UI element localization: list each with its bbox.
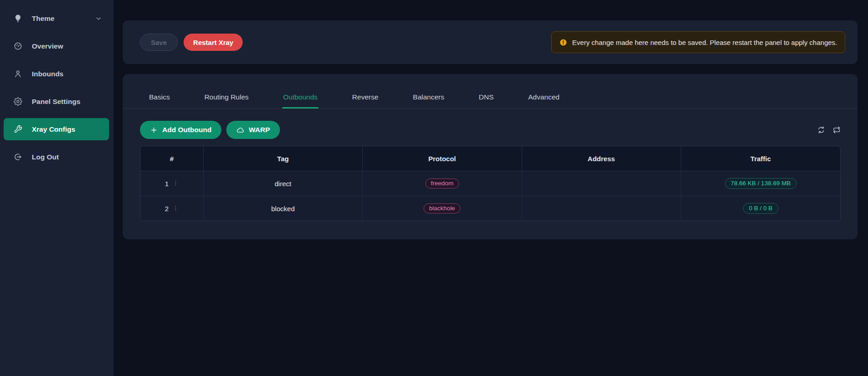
wrench-icon <box>14 125 22 134</box>
tab-dns[interactable]: DNS <box>479 93 494 108</box>
dashboard-icon <box>14 42 22 50</box>
tab-reverse[interactable]: Reverse <box>352 93 379 108</box>
traffic-badge: 78.66 KB / 138.69 MB <box>725 178 797 189</box>
sidebar-item-theme[interactable]: Theme <box>4 7 109 30</box>
row-menu-icon[interactable] <box>173 180 179 187</box>
sidebar-item-panel-settings[interactable]: Panel Settings <box>4 90 109 113</box>
gear-icon <box>14 97 22 106</box>
user-icon <box>14 69 22 78</box>
bulb-icon <box>14 14 22 23</box>
sidebar-item-log-out[interactable]: Log Out <box>4 146 109 168</box>
restart-xray-button[interactable]: Restart Xray <box>184 34 243 51</box>
row-traffic-cell: 0 B / 0 B <box>681 196 840 221</box>
column-header-tag: Tag <box>204 146 363 171</box>
chevron-down-icon <box>95 15 102 22</box>
protocol-badge: freedom <box>425 178 459 188</box>
xray-configs-card: Basics Routing Rules Outbounds Reverse B… <box>123 74 858 239</box>
row-tag-cell: direct <box>204 171 363 196</box>
sidebar-item-label: Overview <box>32 42 63 50</box>
row-index-cell: 2 <box>140 196 204 221</box>
row-traffic-cell: 78.66 KB / 138.69 MB <box>681 171 840 196</box>
sidebar: Theme Overview Inbounds <box>0 0 114 376</box>
row-protocol-cell: blackhole <box>363 196 522 221</box>
tabs-bar: Basics Routing Rules Outbounds Reverse B… <box>123 74 858 109</box>
outbounds-table: # Tag Protocol Address Traffic 1 direct <box>140 146 841 221</box>
warning-alert-text: Every change made here needs to be saved… <box>572 39 837 46</box>
row-menu-icon[interactable] <box>173 205 179 212</box>
add-outbound-label: Add Outbound <box>162 126 211 134</box>
add-outbound-button[interactable]: Add Outbound <box>140 121 221 139</box>
row-index: 1 <box>165 180 169 188</box>
refresh-icon[interactable] <box>817 126 825 134</box>
row-index: 2 <box>165 205 169 213</box>
sidebar-item-label: Theme <box>32 15 55 23</box>
warning-alert: Every change made here needs to be saved… <box>551 31 845 53</box>
repeat-icon[interactable] <box>833 126 841 134</box>
table-row: 2 blocked blackhole 0 B / 0 B <box>140 196 840 221</box>
cloud-icon <box>236 126 244 134</box>
sidebar-item-xray-configs[interactable]: Xray Configs <box>4 118 109 140</box>
main-content: Save Restart Xray Every change made here… <box>114 0 868 239</box>
tab-balancers[interactable]: Balancers <box>413 93 444 108</box>
logout-icon <box>14 153 22 161</box>
table-row: 1 direct freedom 78.66 KB / 138.69 MB <box>140 171 840 196</box>
table-header-row: # Tag Protocol Address Traffic <box>140 146 840 171</box>
row-tag-cell: blocked <box>204 196 363 221</box>
sidebar-item-label: Panel Settings <box>32 98 80 106</box>
warp-button[interactable]: WARP <box>226 121 280 139</box>
protocol-badge: blackhole <box>424 203 460 213</box>
column-header-protocol: Protocol <box>363 146 522 171</box>
column-header-index: # <box>140 146 204 171</box>
save-button[interactable]: Save <box>140 34 178 51</box>
traffic-badge: 0 B / 0 B <box>743 203 778 214</box>
row-address-cell <box>522 171 681 196</box>
row-address-cell <box>522 196 681 221</box>
sidebar-item-label: Inbounds <box>32 70 64 78</box>
row-protocol-cell: freedom <box>363 171 522 196</box>
warning-icon <box>559 39 567 46</box>
sidebar-item-label: Log Out <box>32 153 59 161</box>
outbounds-actions-row: Add Outbound WARP <box>140 121 841 139</box>
outbounds-panel: Add Outbound WARP <box>123 121 858 221</box>
warp-label: WARP <box>249 126 270 134</box>
toolbar-card: Save Restart Xray Every change made here… <box>123 20 858 64</box>
row-index-cell: 1 <box>140 171 204 196</box>
tab-basics[interactable]: Basics <box>149 93 170 108</box>
sidebar-item-overview[interactable]: Overview <box>4 35 109 57</box>
column-header-address: Address <box>522 146 681 171</box>
tab-advanced[interactable]: Advanced <box>528 93 559 108</box>
column-header-traffic: Traffic <box>681 146 840 171</box>
table-tools <box>817 126 841 134</box>
sidebar-item-inbounds[interactable]: Inbounds <box>4 63 109 85</box>
sidebar-item-label: Xray Configs <box>32 125 75 134</box>
plus-icon <box>150 126 158 134</box>
tab-outbounds[interactable]: Outbounds <box>283 93 318 108</box>
tab-routing-rules[interactable]: Routing Rules <box>205 93 249 108</box>
